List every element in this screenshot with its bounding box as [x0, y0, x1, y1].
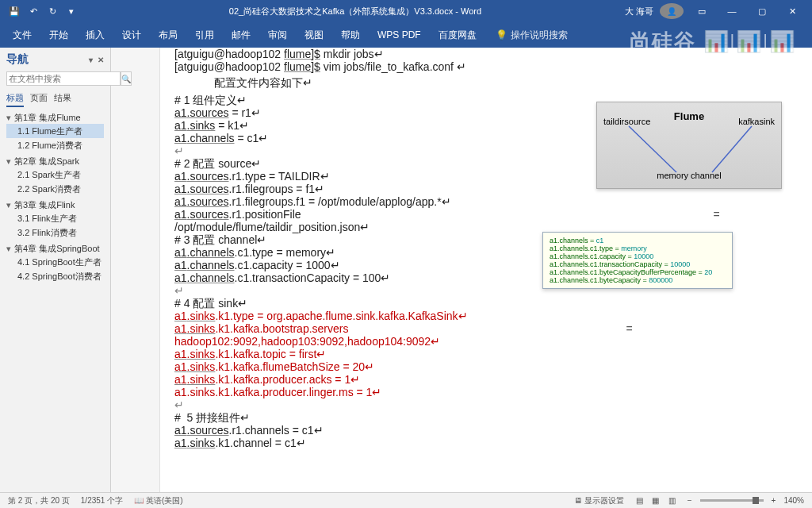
chapter-3[interactable]: 第3章 集成Flink	[14, 200, 75, 210]
text: hadoop102:9092,hadoop103:9092,hadoop104:…	[174, 335, 804, 348]
text: .sinks	[187, 310, 216, 322]
text: .sources	[187, 195, 229, 208]
tab-home[interactable]: 开始	[41, 25, 76, 45]
text: .channels	[187, 259, 235, 271]
blank: ↵	[174, 398, 804, 411]
tab-view[interactable]: 视图	[297, 25, 331, 45]
nav-item-1-2[interactable]: 1.2 Flume消费者	[6, 138, 104, 152]
nav-item-3-2[interactable]: 3.2 Flink消费者	[6, 225, 104, 240]
text: =	[626, 322, 632, 335]
qat-dropdown-icon[interactable]: ▾	[63, 6, 79, 17]
zoom-out-icon[interactable]: −	[688, 496, 692, 505]
chapter-2[interactable]: 第2章 集成Spark	[14, 156, 79, 166]
flume-diagram: Flume taildirsource kafkasink memory cha…	[596, 102, 782, 189]
nav-tab-results[interactable]: 结果	[54, 92, 71, 107]
text: .sources	[187, 170, 229, 183]
nav-search-button[interactable]: 🔍	[121, 71, 132, 86]
maximize-icon[interactable]: ▢	[750, 6, 774, 17]
text: flume]$	[284, 48, 320, 60]
window-controls: 大 海哥 👤 ▭ — ▢ ✕	[625, 3, 812, 19]
caret-icon[interactable]: ▾	[6, 113, 14, 123]
text: a1	[174, 322, 187, 335]
tab-wpspdf[interactable]: WPS PDF	[370, 26, 429, 44]
tip-v: 800000	[649, 276, 672, 284]
save-icon[interactable]: 💾	[6, 6, 22, 17]
text: .r1.type = TAILDIR↵	[229, 170, 330, 183]
view-web-icon[interactable]: ▥	[665, 495, 680, 506]
status-words[interactable]: 1/2351 个字	[81, 495, 123, 506]
text: a1	[174, 348, 187, 360]
redo-icon[interactable]: ↻	[44, 6, 60, 17]
tab-baidudisk[interactable]: 百度网盘	[431, 25, 485, 45]
text: a1	[174, 271, 187, 284]
chapter-1[interactable]: 第1章 集成Flume	[14, 113, 81, 122]
text: .k1.type = org.apache.flume.sink.kafka.K…	[215, 310, 467, 322]
close-icon[interactable]: ✕	[780, 6, 804, 17]
status-display[interactable]: 🖥 显示器设置	[574, 495, 624, 506]
text: .sources	[187, 208, 229, 221]
text: a1	[174, 183, 187, 195]
tip-l: a1.channels.c1.type =	[550, 244, 621, 252]
nav-dropdown-icon[interactable]: ▾ ✕	[89, 56, 104, 64]
caret-icon[interactable]: ▾	[6, 156, 14, 167]
nav-item-3-1[interactable]: 3.1 Flink生产者	[6, 211, 104, 225]
undo-icon[interactable]: ↶	[25, 6, 41, 17]
nav-tabs: 标题 页面 结果	[6, 92, 104, 107]
status-page[interactable]: 第 2 页，共 20 页	[8, 495, 70, 506]
tab-mailings[interactable]: 邮件	[224, 25, 259, 45]
nav-item-4-1[interactable]: 4.1 SpringBoot生产者	[6, 255, 104, 269]
zoom-slider[interactable]	[700, 499, 764, 502]
user-avatar-icon[interactable]: 👤	[660, 3, 684, 19]
tip-v: c1	[596, 237, 604, 244]
nav-item-1-1[interactable]: 1.1 Flume生产者	[6, 124, 104, 138]
tip-l: a1.channels.c1.byteCapacity =	[550, 276, 649, 284]
text: a1	[174, 246, 187, 259]
text: .c1.transactionCapacity = 100↵	[235, 271, 391, 284]
text: a1	[174, 106, 187, 119]
text: .sinks	[187, 437, 216, 449]
tell-me[interactable]: 💡操作说明搜索	[496, 29, 568, 42]
tab-file[interactable]: 文件	[5, 25, 40, 45]
nav-tab-headings[interactable]: 标题	[6, 92, 24, 107]
zoom-level[interactable]: 140%	[783, 496, 804, 505]
nav-item-4-2[interactable]: 4.2 SpringBoot消费者	[6, 269, 104, 283]
nav-item-2-2[interactable]: 2.2 Spark消费者	[6, 182, 104, 196]
tip-v: 20	[704, 268, 712, 276]
text: .sinks	[187, 322, 216, 335]
text: .c1.type = memory↵	[235, 246, 336, 259]
nav-search-input[interactable]	[6, 71, 121, 86]
caret-icon[interactable]: ▾	[6, 244, 14, 254]
tell-me-label: 操作说明搜索	[511, 29, 568, 42]
comment: # 5 拼接组件↵	[174, 411, 804, 424]
nav-heading: 导航 ▾ ✕	[6, 52, 104, 67]
ribbon-tabs: 文件 开始 插入 设计 布局 引用 邮件 审阅 视图 帮助 WPS PDF 百度…	[0, 22, 812, 48]
view-print-icon[interactable]: ▦	[649, 495, 663, 506]
view-read-icon[interactable]: ▤	[632, 495, 646, 506]
vertical-ruler	[111, 48, 160, 492]
minimize-icon[interactable]: —	[720, 6, 744, 16]
zoom-in-icon[interactable]: +	[772, 496, 776, 505]
ribbon-options-icon[interactable]: ▭	[690, 6, 714, 17]
caret-icon[interactable]: ▾	[6, 200, 14, 210]
text: .c1.capacity = 1000↵	[235, 259, 340, 271]
navigation-pane: 导航 ▾ ✕ 🔍 标题 页面 结果 ▾第1章 集成Flume 1.1 Flume…	[0, 48, 111, 492]
nav-tab-pages[interactable]: 页面	[30, 92, 48, 107]
tab-insert[interactable]: 插入	[78, 25, 113, 45]
text: a1	[174, 424, 187, 437]
nav-heading-label: 导航	[6, 52, 29, 67]
tab-references[interactable]: 引用	[187, 25, 222, 45]
tab-help[interactable]: 帮助	[333, 25, 368, 45]
status-lang[interactable]: 📖 英语(美国)	[134, 495, 182, 506]
nav-tree: ▾第1章 集成Flume 1.1 Flume生产者 1.2 Flume消费者 ▾…	[6, 112, 104, 283]
text: .sinks	[187, 119, 216, 132]
text: a1	[174, 119, 187, 132]
tab-layout[interactable]: 布局	[151, 25, 186, 45]
text: .k1.kafka.producer.acks = 1↵	[215, 373, 360, 386]
tab-review[interactable]: 审阅	[260, 25, 295, 45]
text: a1	[174, 259, 187, 271]
nav-item-2-1[interactable]: 2.1 Spark生产者	[6, 167, 104, 182]
text: = c1↵	[235, 132, 269, 144]
tab-design[interactable]: 设计	[114, 25, 149, 45]
text: flume]$	[284, 60, 320, 73]
chapter-4[interactable]: 第4章 集成SpringBoot	[14, 244, 100, 253]
